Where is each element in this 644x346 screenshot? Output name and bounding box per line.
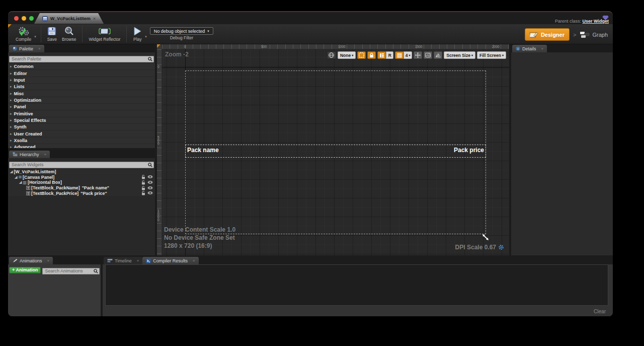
localization-preview-button[interactable] [327,51,336,59]
close-tab-icon[interactable]: × [193,258,195,263]
animations-panel: Animations × + Animation [8,256,101,316]
animations-tab[interactable]: Animations × [9,257,53,264]
r-preview-button[interactable]: R [386,51,393,59]
palette-tab[interactable]: Palette × [9,45,44,52]
respect-locks-button[interactable] [367,51,376,59]
expander-icon[interactable]: ▸ [10,64,12,68]
expander-icon[interactable]: ▸ [10,92,12,96]
tree-row-horizontal-box[interactable]: ◢ ▥ [Horizontal Box] [8,180,155,185]
compiler-results-tab[interactable]: Compiler Results × [142,257,198,264]
play-options-caret[interactable]: ▾ [145,35,147,39]
canvas-pack-price-text[interactable]: Pack price [383,147,484,154]
expander-icon[interactable]: ▸ [10,112,12,116]
expander-icon[interactable]: ◢ [15,175,17,179]
tree-row-textblock-packname[interactable]: T [TextBlock_PackName] "Pack name" [8,185,155,191]
tree-row-canvas-panel[interactable]: ◢ ⊞ [Canvas Panel] [8,175,155,180]
expander-icon[interactable]: ▸ [10,105,12,109]
palette-category-common[interactable]: ▸Common [8,63,155,70]
expander-icon[interactable]: ◢ [19,180,22,184]
expander-icon[interactable]: ▸ [10,132,12,136]
visibility-eye-icon[interactable] [147,186,153,190]
compile-button[interactable]: Compile [16,26,31,42]
expander-icon[interactable]: ◢ [10,170,13,174]
splitter-canvas-details[interactable] [509,44,511,255]
palette-category-special-effects[interactable]: ▸Special Effects [8,117,155,124]
dpi-settings-gear-icon[interactable] [498,244,504,250]
visibility-eye-icon[interactable] [147,180,153,184]
visibility-eye-icon[interactable] [147,175,153,179]
close-tab-icon[interactable]: × [137,258,139,263]
palette-category-misc[interactable]: ▸Misc [8,90,155,97]
expander-icon[interactable]: ▸ [10,98,12,102]
mirror-preview-button[interactable] [434,51,442,59]
details-tab[interactable]: i Details × [512,45,547,52]
palette-category-xsolla[interactable]: ▸Xsolla [8,137,155,144]
clear-button[interactable]: Clear [594,309,606,314]
expander-icon[interactable]: ▸ [10,85,12,89]
localization-r-toggle-button[interactable] [377,51,386,59]
palette-category-optimization[interactable]: ▸Optimization [8,97,155,104]
screen-size-dropdown[interactable]: Screen Size ▾ [444,51,475,59]
compile-options-caret[interactable]: ▾ [34,35,36,39]
widget-asset-icon [42,16,48,21]
browse-button[interactable]: Browse [62,26,76,42]
parent-class-link[interactable]: User Widget [583,19,609,24]
preview-background-button[interactable] [424,51,432,59]
zoom-window-button[interactable] [29,16,34,21]
splitter-palette-canvas[interactable] [155,44,157,255]
expander-icon[interactable]: ▸ [10,78,12,82]
play-button[interactable]: Play [133,26,142,42]
save-button[interactable]: Save [47,26,57,42]
close-tab-icon[interactable]: × [93,16,96,21]
fill-screen-dropdown[interactable]: Fill Screen ▾ [477,51,506,59]
unlock-icon[interactable] [141,180,145,185]
hierarchy-search-input[interactable] [9,162,154,168]
debug-object-dropdown[interactable]: No debug object selected ▾ [150,27,213,35]
unlock-icon[interactable] [141,175,145,179]
splitter-palette-hierarchy[interactable] [8,148,155,150]
browse-magnifier-icon [64,26,74,36]
asset-tab[interactable]: W_VcPackListItem × [34,13,104,24]
widget-reflector-button[interactable]: Widget Reflector [89,26,120,42]
grid-snap-toggle-button[interactable] [395,51,404,59]
unlock-icon[interactable] [141,191,145,195]
designer-canvas[interactable]: 0 500 1000 1500 2000 0 500 1000 Zoom -2 … [157,44,509,255]
expander-icon[interactable]: ▸ [10,118,12,122]
toggle-outlines-button[interactable] [357,51,366,59]
tree-row-root[interactable]: ◢ [W_VcPackListItem] [8,169,155,175]
grid-snap-size-dropdown[interactable]: 4 ▾ [404,51,412,59]
hierarchy-tab[interactable]: Hierarchy × [9,151,50,158]
close-tab-icon[interactable]: × [541,46,544,51]
expander-icon[interactable]: ▸ [10,139,12,143]
toolbar-separator [82,26,83,42]
splitter-main-bottom[interactable] [8,255,613,256]
unlock-icon[interactable] [141,186,145,190]
palette-category-primitive[interactable]: ▸Primitive [8,110,155,117]
canvas-pack-name-text[interactable]: Pack name [187,147,219,154]
palette-category-editor[interactable]: ▸Editor [8,70,155,77]
animations-search-input[interactable] [42,268,100,274]
minimize-window-button[interactable] [22,16,26,21]
palette-category-input[interactable]: ▸Input [8,77,155,84]
expander-icon[interactable]: ▸ [10,125,12,129]
transform-mode-button[interactable] [414,51,422,59]
close-tab-icon[interactable]: × [44,152,47,157]
timeline-tab[interactable]: Timeline × [104,257,142,264]
palette-category-user-created[interactable]: ▸User Created [8,130,155,137]
palette-category-synth[interactable]: ▸Synth [8,124,155,130]
add-animation-button[interactable]: + Animation [9,267,41,273]
close-window-button[interactable] [14,16,19,21]
splitter-animations-output[interactable] [101,256,103,316]
resize-handle-icon[interactable] [482,234,489,243]
graph-mode-button[interactable]: Graph [580,31,608,38]
close-tab-icon[interactable]: × [47,258,50,263]
visibility-eye-icon[interactable] [147,191,153,195]
designer-mode-button[interactable]: Designer [525,28,570,41]
close-tab-icon[interactable]: × [38,46,41,51]
palette-category-panel[interactable]: ▸Panel [8,104,155,110]
palette-category-lists[interactable]: ▸Lists [8,84,155,90]
expander-icon[interactable]: ▸ [10,72,12,76]
flow-direction-dropdown[interactable]: None ▾ [338,51,356,59]
palette-search-input[interactable] [9,56,154,62]
tree-row-textblock-packprice[interactable]: T [TextBlock_PackPrice] "Pack price" [8,190,155,196]
